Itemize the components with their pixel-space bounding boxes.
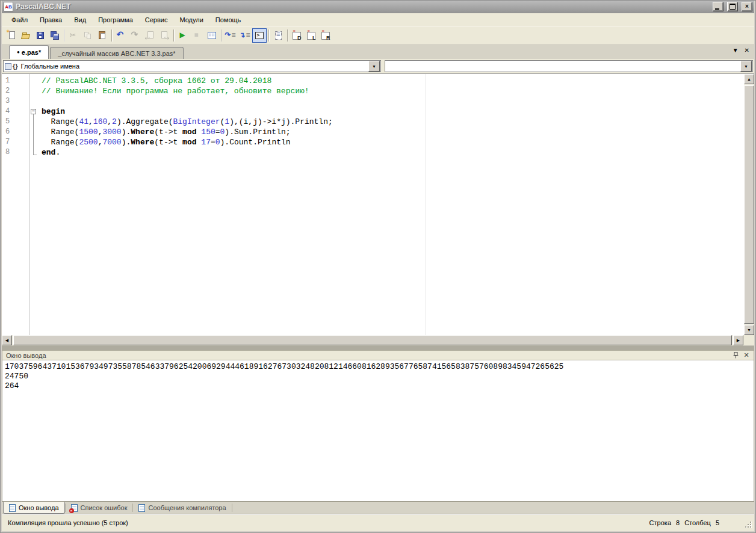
arrow-right-icon: ▶: [737, 338, 740, 342]
code-line-8[interactable]: 8end.: [2, 147, 744, 158]
token-num: 1500: [79, 128, 98, 137]
token-pl: ,: [88, 117, 93, 126]
insert-r-button-label: R: [326, 35, 330, 41]
token-kw: Where: [131, 138, 154, 147]
menu-item-program[interactable]: Программа: [92, 15, 139, 25]
editor-horizontal-scrollbar[interactable]: ◀ ▶: [2, 335, 743, 345]
code-line-2[interactable]: 2// Внимание! Если программа не работает…: [2, 86, 744, 96]
document-tab-label: _случайный массив ABC.NET 3.3.pas*: [58, 50, 175, 57]
maximize-button[interactable]: [727, 2, 738, 11]
menu-item-service[interactable]: Сервис: [139, 15, 174, 25]
fold-marker[interactable]: [29, 137, 42, 147]
output-window[interactable]: 1703759643710153679349735587854633796254…: [2, 360, 754, 501]
tab-strip-controls: ▼ ✕: [733, 47, 749, 54]
tab-error-list[interactable]: ×Список ошибок: [66, 502, 133, 514]
scope-combobox[interactable]: {} Глобальные имена ▼: [3, 60, 381, 72]
fold-marker[interactable]: [29, 147, 42, 158]
scroll-down-button[interactable]: ▼: [744, 325, 754, 335]
run-button[interactable]: [176, 28, 190, 43]
token-num: 41: [79, 117, 88, 126]
insert-r-button[interactable]: R: [318, 28, 333, 43]
tab-list-dropdown-button[interactable]: ▼: [733, 47, 739, 54]
code-line-4[interactable]: 4begin: [2, 106, 744, 117]
menu-item-help[interactable]: Помощь: [209, 15, 247, 25]
editor-hscroll-row: ◀ ▶: [2, 335, 754, 345]
code-editor[interactable]: 1// PascalABC.NET 3.3.5, сборка 1662 от …: [2, 73, 754, 335]
tab-error-list-label: Список ошибок: [81, 504, 128, 511]
menu-item-view[interactable]: Вид: [68, 15, 92, 25]
document-lines-icon: [138, 504, 145, 512]
token-typ: BigInteger: [173, 117, 220, 126]
stepover-icon: [226, 31, 236, 40]
copy-button[interactable]: [81, 28, 95, 43]
tab-output-window[interactable]: Окно вывода: [3, 502, 65, 514]
scroll-left-button[interactable]: ◀: [2, 335, 12, 345]
close-button[interactable]: ×: [742, 2, 752, 11]
token-num: 7000: [102, 138, 121, 147]
member-dropdown-button[interactable]: ▼: [740, 61, 752, 72]
token-pl: Range(: [42, 117, 79, 126]
save-all-button[interactable]: [48, 28, 62, 43]
step-into-button[interactable]: [238, 28, 252, 43]
input-window-button[interactable]: [205, 28, 219, 43]
tab-compiler-messages[interactable]: Сообщения компилятора: [133, 502, 231, 514]
close-icon: ✕: [743, 351, 749, 359]
new-file-button[interactable]: [4, 28, 19, 43]
scope-dropdown-button[interactable]: ▼: [368, 61, 380, 72]
scroll-right-button[interactable]: ▶: [733, 335, 743, 345]
step-over-button[interactable]: [223, 28, 238, 43]
editor-vertical-scrollbar[interactable]: ▲ ▼: [744, 74, 754, 335]
menu-item-edit[interactable]: Правка: [34, 15, 68, 25]
code-line-6[interactable]: 6 Range(1500,3000).Where(t->t mod 150=0)…: [2, 127, 744, 137]
code-text: end.: [42, 147, 744, 158]
menu-item-file[interactable]: Файл: [5, 15, 34, 25]
code-line-7[interactable]: 7 Range(2500,7000).Where(t->t mod 17=0).…: [2, 137, 744, 147]
dotwin-icon: [207, 31, 217, 40]
document-tab-0[interactable]: ●e.pas*: [9, 45, 49, 59]
insert-l-button[interactable]: L: [304, 28, 318, 43]
pin-panel-button[interactable]: [731, 351, 740, 360]
code-text: [42, 96, 744, 106]
document-tab-1[interactable]: _случайный массив ABC.NET 3.3.pas*: [50, 47, 183, 59]
structure-window-button[interactable]: [271, 28, 285, 43]
stop-icon: [193, 31, 203, 40]
line-number: 2: [2, 86, 29, 96]
open-file-button[interactable]: [19, 28, 33, 43]
close-tab-button[interactable]: ✕: [745, 47, 749, 54]
minimize-button[interactable]: [713, 2, 723, 11]
menu-item-modules[interactable]: Модули: [173, 15, 209, 25]
fold-gutter: [29, 76, 42, 86]
insert-d-button[interactable]: D: [290, 28, 304, 43]
scroll-up-button[interactable]: ▲: [744, 74, 754, 84]
code-area[interactable]: 1// PascalABC.NET 3.3.5, сборка 1662 от …: [2, 76, 744, 158]
panel-splitter[interactable]: [2, 345, 754, 350]
code-line-5[interactable]: 5 Range(41,160,2).Aggregate(BigInteger(1…: [2, 117, 744, 127]
redo-button[interactable]: [128, 28, 143, 43]
nav-forward-button[interactable]: [157, 28, 172, 43]
close-panel-button[interactable]: ✕: [742, 351, 751, 360]
code-line-3[interactable]: 3: [2, 96, 744, 106]
toolbar-separator: [173, 29, 174, 42]
error-list-icon: ×: [71, 504, 78, 512]
code-line-1[interactable]: 1// PascalABC.NET 3.3.5, сборка 1662 от …: [2, 76, 744, 86]
code-text: // PascalABC.NET 3.3.5, сборка 1662 от 2…: [42, 76, 744, 86]
line-number: 1: [2, 76, 29, 86]
save-button[interactable]: [33, 28, 48, 43]
vertical-scrollbar-thumb[interactable]: [744, 85, 754, 324]
resize-grip[interactable]: [745, 521, 752, 528]
cut-button[interactable]: [66, 28, 81, 43]
horizontal-scrollbar-thumb[interactable]: [13, 335, 732, 345]
fold-gutter: [29, 86, 42, 96]
fold-marker[interactable]: [29, 127, 42, 137]
scope-icon: [5, 63, 11, 70]
cut-icon: [69, 31, 79, 40]
app-logo-icon: AB: [4, 2, 13, 11]
undo-button[interactable]: [114, 28, 128, 43]
fold-marker[interactable]: [29, 106, 42, 117]
paste-button[interactable]: [95, 28, 110, 43]
fold-marker[interactable]: [29, 117, 42, 127]
stop-button[interactable]: [190, 28, 205, 43]
nav-back-button[interactable]: [143, 28, 157, 43]
output-window-toggle-button[interactable]: [252, 28, 267, 43]
member-combobox[interactable]: ▼: [385, 60, 753, 72]
